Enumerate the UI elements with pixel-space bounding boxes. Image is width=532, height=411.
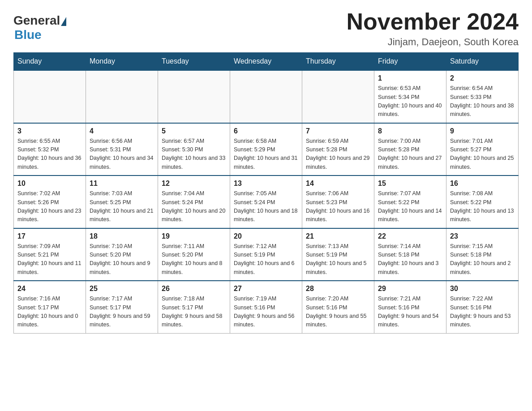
calendar-cell: 26Sunrise: 7:18 AMSunset: 5:17 PMDayligh… bbox=[158, 281, 230, 333]
day-number: 18 bbox=[90, 232, 154, 240]
day-number: 20 bbox=[234, 232, 298, 240]
day-info: Sunrise: 7:11 AMSunset: 5:20 PMDaylight:… bbox=[162, 242, 226, 277]
calendar-cell: 13Sunrise: 7:05 AMSunset: 5:24 PMDayligh… bbox=[230, 176, 302, 228]
calendar-cell: 3Sunrise: 6:55 AMSunset: 5:32 PMDaylight… bbox=[14, 123, 86, 176]
day-info: Sunrise: 7:04 AMSunset: 5:24 PMDaylight:… bbox=[162, 189, 226, 224]
day-number: 27 bbox=[234, 285, 298, 293]
day-info: Sunrise: 7:17 AMSunset: 5:17 PMDaylight:… bbox=[90, 295, 154, 330]
calendar-cell bbox=[302, 70, 374, 123]
day-info: Sunrise: 7:15 AMSunset: 5:18 PMDaylight:… bbox=[450, 242, 515, 277]
day-number: 28 bbox=[306, 285, 370, 293]
day-info: Sunrise: 7:12 AMSunset: 5:19 PMDaylight:… bbox=[234, 242, 298, 277]
calendar-cell: 22Sunrise: 7:14 AMSunset: 5:18 PMDayligh… bbox=[374, 228, 446, 281]
day-number: 3 bbox=[17, 127, 82, 135]
day-number: 22 bbox=[378, 232, 442, 240]
calendar-cell bbox=[230, 70, 302, 123]
calendar-week-row: 1Sunrise: 6:53 AMSunset: 5:34 PMDaylight… bbox=[14, 70, 519, 123]
day-number: 2 bbox=[450, 74, 515, 82]
weekday-header-monday: Monday bbox=[86, 53, 158, 71]
calendar-cell: 29Sunrise: 7:21 AMSunset: 5:16 PMDayligh… bbox=[374, 281, 446, 333]
day-number: 17 bbox=[17, 232, 82, 240]
day-number: 9 bbox=[450, 127, 515, 135]
day-info: Sunrise: 6:53 AMSunset: 5:34 PMDaylight:… bbox=[378, 84, 442, 119]
day-info: Sunrise: 7:16 AMSunset: 5:17 PMDaylight:… bbox=[17, 295, 82, 330]
calendar-cell: 14Sunrise: 7:06 AMSunset: 5:23 PMDayligh… bbox=[302, 176, 374, 228]
calendar-cell bbox=[86, 70, 158, 123]
day-info: Sunrise: 6:58 AMSunset: 5:29 PMDaylight:… bbox=[234, 137, 298, 172]
weekday-header-saturday: Saturday bbox=[446, 53, 519, 71]
day-info: Sunrise: 7:20 AMSunset: 5:16 PMDaylight:… bbox=[306, 295, 370, 330]
day-info: Sunrise: 6:56 AMSunset: 5:31 PMDaylight:… bbox=[90, 137, 154, 172]
day-number: 24 bbox=[17, 285, 82, 293]
day-number: 25 bbox=[90, 285, 154, 293]
calendar-cell: 10Sunrise: 7:02 AMSunset: 5:26 PMDayligh… bbox=[14, 176, 86, 228]
calendar-cell: 2Sunrise: 6:54 AMSunset: 5:33 PMDaylight… bbox=[446, 70, 519, 123]
calendar-cell: 6Sunrise: 6:58 AMSunset: 5:29 PMDaylight… bbox=[230, 123, 302, 176]
calendar-cell: 9Sunrise: 7:01 AMSunset: 5:27 PMDaylight… bbox=[446, 123, 519, 176]
day-info: Sunrise: 7:18 AMSunset: 5:17 PMDaylight:… bbox=[162, 295, 226, 330]
weekday-header-tuesday: Tuesday bbox=[158, 53, 230, 71]
logo-blue-text: Blue bbox=[14, 28, 42, 42]
calendar-subtitle: Jinjam, Daejeon, South Korea bbox=[347, 36, 519, 48]
day-number: 21 bbox=[306, 232, 370, 240]
weekday-header-wednesday: Wednesday bbox=[230, 53, 302, 71]
day-number: 14 bbox=[306, 180, 370, 188]
calendar-cell: 27Sunrise: 7:19 AMSunset: 5:16 PMDayligh… bbox=[230, 281, 302, 333]
day-number: 10 bbox=[17, 180, 82, 188]
day-info: Sunrise: 7:10 AMSunset: 5:20 PMDaylight:… bbox=[90, 242, 154, 277]
calendar-title: November 2024 bbox=[347, 9, 519, 34]
calendar-cell: 1Sunrise: 6:53 AMSunset: 5:34 PMDaylight… bbox=[374, 70, 446, 123]
calendar-cell: 5Sunrise: 6:57 AMSunset: 5:30 PMDaylight… bbox=[158, 123, 230, 176]
day-info: Sunrise: 7:19 AMSunset: 5:16 PMDaylight:… bbox=[234, 295, 298, 330]
logo-general-text: General bbox=[13, 13, 60, 28]
day-info: Sunrise: 6:57 AMSunset: 5:30 PMDaylight:… bbox=[162, 137, 226, 172]
day-number: 16 bbox=[450, 180, 515, 188]
day-info: Sunrise: 7:07 AMSunset: 5:22 PMDaylight:… bbox=[378, 189, 442, 224]
weekday-header-sunday: Sunday bbox=[14, 53, 86, 71]
day-info: Sunrise: 7:22 AMSunset: 5:16 PMDaylight:… bbox=[450, 295, 515, 330]
calendar-cell: 25Sunrise: 7:17 AMSunset: 5:17 PMDayligh… bbox=[86, 281, 158, 333]
title-area: November 2024 Jinjam, Daejeon, South Kor… bbox=[347, 9, 519, 48]
calendar-week-row: 17Sunrise: 7:09 AMSunset: 5:21 PMDayligh… bbox=[14, 228, 519, 281]
day-number: 11 bbox=[90, 180, 154, 188]
calendar-week-row: 10Sunrise: 7:02 AMSunset: 5:26 PMDayligh… bbox=[14, 176, 519, 228]
day-info: Sunrise: 7:14 AMSunset: 5:18 PMDaylight:… bbox=[378, 242, 442, 277]
calendar-cell: 24Sunrise: 7:16 AMSunset: 5:17 PMDayligh… bbox=[14, 281, 86, 333]
day-info: Sunrise: 7:03 AMSunset: 5:25 PMDaylight:… bbox=[90, 189, 154, 224]
calendar-week-row: 3Sunrise: 6:55 AMSunset: 5:32 PMDaylight… bbox=[14, 123, 519, 176]
calendar-cell bbox=[158, 70, 230, 123]
day-number: 12 bbox=[162, 180, 226, 188]
day-number: 1 bbox=[378, 74, 442, 82]
calendar-cell: 11Sunrise: 7:03 AMSunset: 5:25 PMDayligh… bbox=[86, 176, 158, 228]
calendar-week-row: 24Sunrise: 7:16 AMSunset: 5:17 PMDayligh… bbox=[14, 281, 519, 333]
weekday-header-friday: Friday bbox=[374, 53, 446, 71]
weekday-header-thursday: Thursday bbox=[302, 53, 374, 71]
weekday-header-row: SundayMondayTuesdayWednesdayThursdayFrid… bbox=[14, 53, 519, 71]
day-info: Sunrise: 7:00 AMSunset: 5:28 PMDaylight:… bbox=[378, 137, 442, 172]
day-info: Sunrise: 6:59 AMSunset: 5:28 PMDaylight:… bbox=[306, 137, 370, 172]
day-number: 30 bbox=[450, 285, 515, 293]
day-number: 4 bbox=[90, 127, 154, 135]
day-number: 19 bbox=[162, 232, 226, 240]
calendar-cell: 16Sunrise: 7:08 AMSunset: 5:22 PMDayligh… bbox=[446, 176, 519, 228]
day-number: 23 bbox=[450, 232, 515, 240]
day-number: 15 bbox=[378, 180, 442, 188]
day-info: Sunrise: 7:02 AMSunset: 5:26 PMDaylight:… bbox=[17, 189, 82, 224]
calendar-table: SundayMondayTuesdayWednesdayThursdayFrid… bbox=[13, 52, 519, 334]
header: General Blue November 2024 Jinjam, Daeje… bbox=[13, 9, 519, 48]
day-info: Sunrise: 6:55 AMSunset: 5:32 PMDaylight:… bbox=[17, 137, 82, 172]
day-number: 5 bbox=[162, 127, 226, 135]
logo-triangle-icon bbox=[61, 17, 66, 26]
day-info: Sunrise: 7:08 AMSunset: 5:22 PMDaylight:… bbox=[450, 189, 515, 224]
day-info: Sunrise: 7:01 AMSunset: 5:27 PMDaylight:… bbox=[450, 137, 515, 172]
calendar-cell: 21Sunrise: 7:13 AMSunset: 5:19 PMDayligh… bbox=[302, 228, 374, 281]
day-info: Sunrise: 7:06 AMSunset: 5:23 PMDaylight:… bbox=[306, 189, 370, 224]
day-info: Sunrise: 7:13 AMSunset: 5:19 PMDaylight:… bbox=[306, 242, 370, 277]
calendar-cell: 28Sunrise: 7:20 AMSunset: 5:16 PMDayligh… bbox=[302, 281, 374, 333]
day-number: 29 bbox=[378, 285, 442, 293]
calendar-cell: 7Sunrise: 6:59 AMSunset: 5:28 PMDaylight… bbox=[302, 123, 374, 176]
day-info: Sunrise: 7:09 AMSunset: 5:21 PMDaylight:… bbox=[17, 242, 82, 277]
calendar-cell: 23Sunrise: 7:15 AMSunset: 5:18 PMDayligh… bbox=[446, 228, 519, 281]
day-info: Sunrise: 7:05 AMSunset: 5:24 PMDaylight:… bbox=[234, 189, 298, 224]
day-info: Sunrise: 6:54 AMSunset: 5:33 PMDaylight:… bbox=[450, 84, 515, 119]
